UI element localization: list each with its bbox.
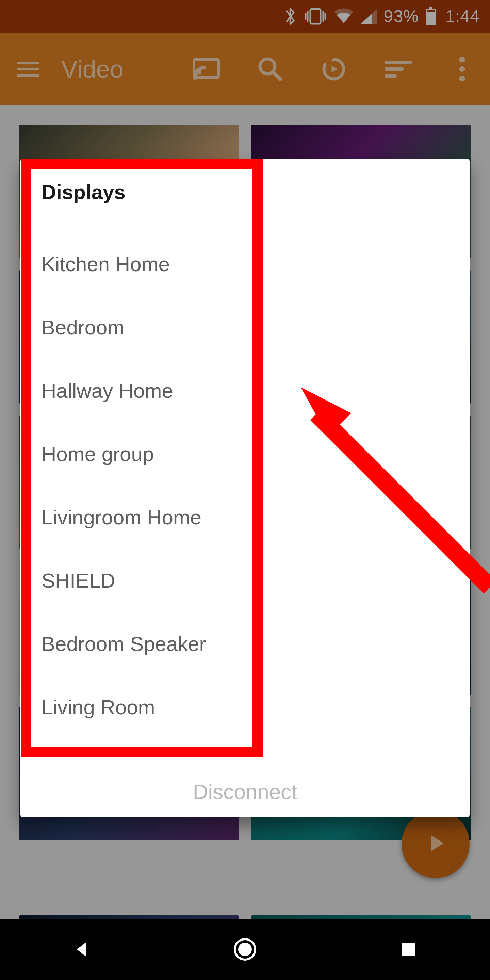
display-item-shield[interactable]: SHIELD bbox=[41, 557, 449, 620]
dialog-title: Displays bbox=[41, 180, 126, 204]
system-nav-bar bbox=[0, 919, 490, 980]
displays-list: Kitchen Home Bedroom Hallway Home Home g… bbox=[41, 240, 449, 746]
svg-rect-12 bbox=[401, 943, 415, 956]
display-item-livingroom-home[interactable]: Livingroom Home bbox=[41, 493, 449, 557]
display-item-kitchen-home[interactable]: Kitchen Home bbox=[41, 240, 449, 304]
nav-back-icon[interactable] bbox=[65, 933, 98, 966]
disconnect-button[interactable]: Disconnect bbox=[21, 780, 469, 804]
display-item-bedroom[interactable]: Bedroom bbox=[41, 304, 449, 367]
svg-point-11 bbox=[238, 943, 252, 956]
cast-displays-dialog: Displays Kitchen Home Bedroom Hallway Ho… bbox=[21, 159, 469, 817]
screen-root: 93% 1:44 Video bbox=[0, 0, 490, 980]
nav-home-icon[interactable] bbox=[229, 933, 261, 966]
nav-recents-icon[interactable] bbox=[392, 933, 425, 966]
display-item-home-group[interactable]: Home group bbox=[41, 430, 449, 493]
display-item-bedroom-speaker[interactable]: Bedroom Speaker bbox=[41, 620, 449, 683]
display-item-hallway-home[interactable]: Hallway Home bbox=[41, 367, 449, 430]
display-item-living-room[interactable]: Living Room bbox=[41, 683, 449, 746]
